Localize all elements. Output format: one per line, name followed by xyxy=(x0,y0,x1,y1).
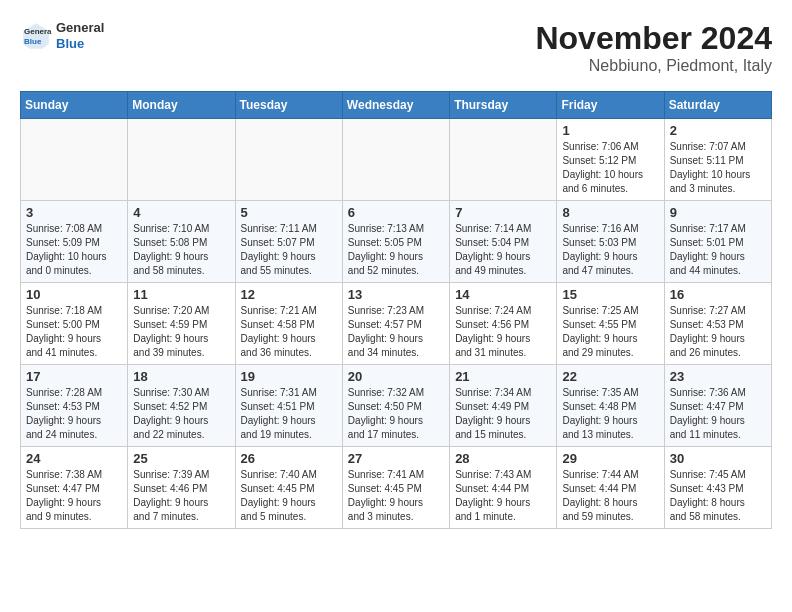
day-info: and 34 minutes. xyxy=(348,346,444,360)
day-info: Sunset: 4:58 PM xyxy=(241,318,337,332)
day-info: Sunrise: 7:18 AM xyxy=(26,304,122,318)
logo-general: General xyxy=(56,20,104,35)
day-info: and 5 minutes. xyxy=(241,510,337,524)
day-info: Sunrise: 7:20 AM xyxy=(133,304,229,318)
day-info: Daylight: 9 hours xyxy=(670,414,766,428)
day-header-saturday: Saturday xyxy=(664,92,771,119)
day-number: 10 xyxy=(26,287,122,302)
calendar-cell: 21Sunrise: 7:34 AMSunset: 4:49 PMDayligh… xyxy=(450,365,557,447)
day-number: 29 xyxy=(562,451,658,466)
day-info: Sunset: 4:51 PM xyxy=(241,400,337,414)
day-info: Sunset: 5:04 PM xyxy=(455,236,551,250)
day-info: and 58 minutes. xyxy=(670,510,766,524)
day-info: Daylight: 10 hours xyxy=(562,168,658,182)
day-info: Daylight: 9 hours xyxy=(133,414,229,428)
calendar-table: SundayMondayTuesdayWednesdayThursdayFrid… xyxy=(20,91,772,529)
day-info: Sunrise: 7:38 AM xyxy=(26,468,122,482)
day-number: 11 xyxy=(133,287,229,302)
day-info: Sunset: 4:43 PM xyxy=(670,482,766,496)
day-info: Daylight: 9 hours xyxy=(562,414,658,428)
day-info: Sunrise: 7:45 AM xyxy=(670,468,766,482)
calendar-cell: 28Sunrise: 7:43 AMSunset: 4:44 PMDayligh… xyxy=(450,447,557,529)
day-info: Sunrise: 7:28 AM xyxy=(26,386,122,400)
day-info: Sunset: 4:48 PM xyxy=(562,400,658,414)
day-info: Sunset: 4:45 PM xyxy=(348,482,444,496)
day-info: Sunset: 5:12 PM xyxy=(562,154,658,168)
calendar-cell: 2Sunrise: 7:07 AMSunset: 5:11 PMDaylight… xyxy=(664,119,771,201)
header: General Blue General Blue November 2024 … xyxy=(20,20,772,75)
day-info: Sunset: 4:55 PM xyxy=(562,318,658,332)
day-info: Sunrise: 7:34 AM xyxy=(455,386,551,400)
day-info: Sunset: 4:59 PM xyxy=(133,318,229,332)
day-info: Sunset: 4:50 PM xyxy=(348,400,444,414)
day-info: Sunrise: 7:31 AM xyxy=(241,386,337,400)
day-info: and 39 minutes. xyxy=(133,346,229,360)
day-number: 18 xyxy=(133,369,229,384)
day-info: Sunset: 4:46 PM xyxy=(133,482,229,496)
day-info: Sunset: 5:01 PM xyxy=(670,236,766,250)
day-number: 4 xyxy=(133,205,229,220)
location: Nebbiuno, Piedmont, Italy xyxy=(535,57,772,75)
calendar-cell: 20Sunrise: 7:32 AMSunset: 4:50 PMDayligh… xyxy=(342,365,449,447)
day-info: Daylight: 9 hours xyxy=(26,496,122,510)
day-info: Sunset: 5:07 PM xyxy=(241,236,337,250)
day-info: Daylight: 9 hours xyxy=(670,332,766,346)
day-number: 3 xyxy=(26,205,122,220)
calendar-cell: 1Sunrise: 7:06 AMSunset: 5:12 PMDaylight… xyxy=(557,119,664,201)
day-info: and 3 minutes. xyxy=(670,182,766,196)
day-number: 27 xyxy=(348,451,444,466)
day-info: Daylight: 9 hours xyxy=(455,250,551,264)
calendar-cell: 25Sunrise: 7:39 AMSunset: 4:46 PMDayligh… xyxy=(128,447,235,529)
day-info: and 31 minutes. xyxy=(455,346,551,360)
day-info: Sunrise: 7:17 AM xyxy=(670,222,766,236)
day-info: and 7 minutes. xyxy=(133,510,229,524)
day-number: 23 xyxy=(670,369,766,384)
calendar-cell: 24Sunrise: 7:38 AMSunset: 4:47 PMDayligh… xyxy=(21,447,128,529)
day-number: 7 xyxy=(455,205,551,220)
day-header-thursday: Thursday xyxy=(450,92,557,119)
day-info: Sunrise: 7:24 AM xyxy=(455,304,551,318)
day-info: Sunset: 4:53 PM xyxy=(670,318,766,332)
day-header-sunday: Sunday xyxy=(21,92,128,119)
day-number: 24 xyxy=(26,451,122,466)
month-title: November 2024 xyxy=(535,20,772,57)
svg-text:Blue: Blue xyxy=(24,37,42,46)
day-info: Sunrise: 7:36 AM xyxy=(670,386,766,400)
calendar-cell: 5Sunrise: 7:11 AMSunset: 5:07 PMDaylight… xyxy=(235,201,342,283)
calendar-cell xyxy=(235,119,342,201)
day-info: Sunset: 4:47 PM xyxy=(26,482,122,496)
day-info: and 49 minutes. xyxy=(455,264,551,278)
day-info: Daylight: 9 hours xyxy=(455,332,551,346)
day-info: Daylight: 9 hours xyxy=(241,250,337,264)
day-info: Daylight: 9 hours xyxy=(348,414,444,428)
calendar-cell: 9Sunrise: 7:17 AMSunset: 5:01 PMDaylight… xyxy=(664,201,771,283)
day-info: Sunrise: 7:06 AM xyxy=(562,140,658,154)
day-info: Daylight: 9 hours xyxy=(241,496,337,510)
day-info: Sunrise: 7:23 AM xyxy=(348,304,444,318)
day-info: Daylight: 9 hours xyxy=(348,496,444,510)
day-info: Sunrise: 7:43 AM xyxy=(455,468,551,482)
day-number: 13 xyxy=(348,287,444,302)
day-info: Sunrise: 7:13 AM xyxy=(348,222,444,236)
day-number: 30 xyxy=(670,451,766,466)
day-info: and 22 minutes. xyxy=(133,428,229,442)
day-number: 21 xyxy=(455,369,551,384)
calendar-cell: 29Sunrise: 7:44 AMSunset: 4:44 PMDayligh… xyxy=(557,447,664,529)
day-number: 26 xyxy=(241,451,337,466)
day-info: Sunrise: 7:39 AM xyxy=(133,468,229,482)
day-info: Daylight: 9 hours xyxy=(133,496,229,510)
day-info: Sunset: 4:45 PM xyxy=(241,482,337,496)
calendar-cell: 12Sunrise: 7:21 AMSunset: 4:58 PMDayligh… xyxy=(235,283,342,365)
day-info: Daylight: 9 hours xyxy=(133,332,229,346)
day-info: Sunrise: 7:32 AM xyxy=(348,386,444,400)
calendar-cell: 3Sunrise: 7:08 AMSunset: 5:09 PMDaylight… xyxy=(21,201,128,283)
day-info: and 41 minutes. xyxy=(26,346,122,360)
day-number: 9 xyxy=(670,205,766,220)
calendar-cell: 30Sunrise: 7:45 AMSunset: 4:43 PMDayligh… xyxy=(664,447,771,529)
calendar-cell: 13Sunrise: 7:23 AMSunset: 4:57 PMDayligh… xyxy=(342,283,449,365)
logo-blue: Blue xyxy=(56,36,84,51)
day-info: and 6 minutes. xyxy=(562,182,658,196)
calendar-cell: 8Sunrise: 7:16 AMSunset: 5:03 PMDaylight… xyxy=(557,201,664,283)
day-number: 19 xyxy=(241,369,337,384)
calendar-cell: 14Sunrise: 7:24 AMSunset: 4:56 PMDayligh… xyxy=(450,283,557,365)
